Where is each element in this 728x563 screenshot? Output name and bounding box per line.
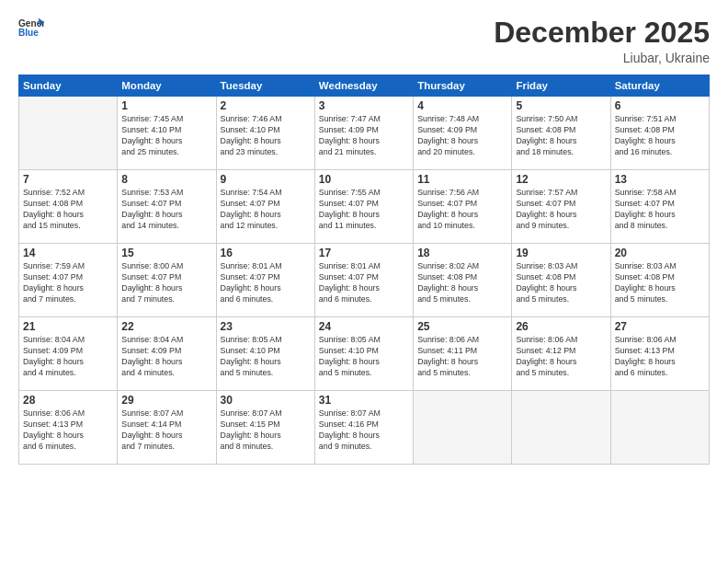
table-row: 26Sunrise: 8:06 AM Sunset: 4:12 PM Dayli… <box>512 317 610 391</box>
table-row: 17Sunrise: 8:01 AM Sunset: 4:07 PM Dayli… <box>314 244 413 317</box>
table-row: 27Sunrise: 8:06 AM Sunset: 4:13 PM Dayli… <box>610 317 709 391</box>
day-info: Sunrise: 8:04 AM Sunset: 4:09 PM Dayligh… <box>23 335 113 379</box>
page: General Blue December 2025 Liubar, Ukrai… <box>0 0 728 563</box>
table-row: 29Sunrise: 8:07 AM Sunset: 4:14 PM Dayli… <box>118 391 216 465</box>
table-row: 13Sunrise: 7:58 AM Sunset: 4:07 PM Dayli… <box>610 170 709 244</box>
day-info: Sunrise: 8:06 AM Sunset: 4:12 PM Dayligh… <box>516 335 606 379</box>
day-info: Sunrise: 8:04 AM Sunset: 4:09 PM Dayligh… <box>121 335 211 379</box>
day-info: Sunrise: 7:59 AM Sunset: 4:07 PM Dayligh… <box>23 261 113 305</box>
day-number: 31 <box>319 394 409 407</box>
day-info: Sunrise: 8:07 AM Sunset: 4:14 PM Dayligh… <box>121 408 211 453</box>
table-row: 6Sunrise: 7:51 AM Sunset: 4:08 PM Daylig… <box>610 97 709 170</box>
col-saturday: Saturday <box>610 75 709 97</box>
table-row: 19Sunrise: 8:03 AM Sunset: 4:08 PM Dayli… <box>512 244 610 317</box>
day-number: 17 <box>319 247 409 259</box>
calendar-week-row: 21Sunrise: 8:04 AM Sunset: 4:09 PM Dayli… <box>19 317 710 391</box>
day-number: 27 <box>615 320 705 333</box>
day-info: Sunrise: 7:47 AM Sunset: 4:09 PM Dayligh… <box>319 114 409 158</box>
table-row: 23Sunrise: 8:05 AM Sunset: 4:10 PM Dayli… <box>216 317 314 391</box>
day-number: 14 <box>23 247 113 259</box>
calendar: Sunday Monday Tuesday Wednesday Thursday… <box>18 75 710 465</box>
day-info: Sunrise: 8:02 AM Sunset: 4:08 PM Dayligh… <box>417 261 507 305</box>
day-info: Sunrise: 7:53 AM Sunset: 4:07 PM Dayligh… <box>121 188 211 232</box>
day-info: Sunrise: 8:07 AM Sunset: 4:16 PM Dayligh… <box>319 408 409 453</box>
day-number: 5 <box>516 99 606 112</box>
day-info: Sunrise: 8:06 AM Sunset: 4:13 PM Dayligh… <box>615 335 705 379</box>
table-row <box>19 97 118 170</box>
table-row: 16Sunrise: 8:01 AM Sunset: 4:07 PM Dayli… <box>216 244 314 317</box>
day-info: Sunrise: 7:46 AM Sunset: 4:10 PM Dayligh… <box>221 114 311 158</box>
day-info: Sunrise: 7:51 AM Sunset: 4:08 PM Dayligh… <box>615 114 705 158</box>
day-number: 21 <box>23 320 113 333</box>
table-row: 1Sunrise: 7:45 AM Sunset: 4:10 PM Daylig… <box>118 97 216 170</box>
location: Liubar, Ukraine <box>494 51 710 65</box>
day-number: 24 <box>319 320 409 333</box>
calendar-week-row: 7Sunrise: 7:52 AM Sunset: 4:08 PM Daylig… <box>19 170 710 244</box>
day-info: Sunrise: 8:01 AM Sunset: 4:07 PM Dayligh… <box>319 261 409 305</box>
day-info: Sunrise: 7:52 AM Sunset: 4:08 PM Dayligh… <box>23 188 113 232</box>
day-number: 2 <box>221 99 311 112</box>
day-info: Sunrise: 8:00 AM Sunset: 4:07 PM Dayligh… <box>121 261 211 305</box>
day-number: 15 <box>121 247 211 259</box>
day-info: Sunrise: 7:45 AM Sunset: 4:10 PM Dayligh… <box>121 114 211 158</box>
day-info: Sunrise: 7:54 AM Sunset: 4:07 PM Dayligh… <box>221 188 311 232</box>
day-number: 22 <box>121 320 211 333</box>
table-row: 25Sunrise: 8:06 AM Sunset: 4:11 PM Dayli… <box>414 317 512 391</box>
day-info: Sunrise: 7:58 AM Sunset: 4:07 PM Dayligh… <box>615 188 705 232</box>
day-info: Sunrise: 8:06 AM Sunset: 4:11 PM Dayligh… <box>417 335 507 379</box>
table-row: 2Sunrise: 7:46 AM Sunset: 4:10 PM Daylig… <box>216 97 314 170</box>
day-number: 20 <box>615 247 705 259</box>
table-row <box>414 391 512 465</box>
table-row: 28Sunrise: 8:06 AM Sunset: 4:13 PM Dayli… <box>19 391 118 465</box>
table-row: 18Sunrise: 8:02 AM Sunset: 4:08 PM Dayli… <box>414 244 512 317</box>
col-friday: Friday <box>512 75 610 97</box>
day-info: Sunrise: 7:57 AM Sunset: 4:07 PM Dayligh… <box>516 188 606 232</box>
table-row: 15Sunrise: 8:00 AM Sunset: 4:07 PM Dayli… <box>118 244 216 317</box>
day-number: 9 <box>221 173 311 186</box>
day-number: 6 <box>615 99 705 112</box>
day-number: 26 <box>516 320 606 333</box>
svg-text:Blue: Blue <box>18 28 39 38</box>
day-info: Sunrise: 8:06 AM Sunset: 4:13 PM Dayligh… <box>23 408 113 453</box>
table-row: 30Sunrise: 8:07 AM Sunset: 4:15 PM Dayli… <box>216 391 314 465</box>
calendar-week-row: 28Sunrise: 8:06 AM Sunset: 4:13 PM Dayli… <box>19 391 710 465</box>
header: General Blue December 2025 Liubar, Ukrai… <box>18 17 710 65</box>
table-row: 9Sunrise: 7:54 AM Sunset: 4:07 PM Daylig… <box>216 170 314 244</box>
table-row: 3Sunrise: 7:47 AM Sunset: 4:09 PM Daylig… <box>314 97 413 170</box>
col-sunday: Sunday <box>19 75 118 97</box>
day-number: 4 <box>417 99 507 112</box>
day-number: 19 <box>516 247 606 259</box>
table-row: 4Sunrise: 7:48 AM Sunset: 4:09 PM Daylig… <box>414 97 512 170</box>
col-wednesday: Wednesday <box>314 75 413 97</box>
day-info: Sunrise: 7:56 AM Sunset: 4:07 PM Dayligh… <box>417 188 507 232</box>
table-row: 8Sunrise: 7:53 AM Sunset: 4:07 PM Daylig… <box>118 170 216 244</box>
day-number: 10 <box>319 173 409 186</box>
day-info: Sunrise: 8:07 AM Sunset: 4:15 PM Dayligh… <box>221 408 311 453</box>
day-number: 29 <box>121 394 211 407</box>
table-row: 21Sunrise: 8:04 AM Sunset: 4:09 PM Dayli… <box>19 317 118 391</box>
table-row: 31Sunrise: 8:07 AM Sunset: 4:16 PM Dayli… <box>314 391 413 465</box>
table-row: 12Sunrise: 7:57 AM Sunset: 4:07 PM Dayli… <box>512 170 610 244</box>
day-info: Sunrise: 7:55 AM Sunset: 4:07 PM Dayligh… <box>319 188 409 232</box>
day-info: Sunrise: 8:05 AM Sunset: 4:10 PM Dayligh… <box>319 335 409 379</box>
day-number: 28 <box>23 394 113 407</box>
table-row <box>610 391 709 465</box>
month-title: December 2025 <box>494 17 710 49</box>
table-row: 14Sunrise: 7:59 AM Sunset: 4:07 PM Dayli… <box>19 244 118 317</box>
day-number: 12 <box>516 173 606 186</box>
day-number: 25 <box>417 320 507 333</box>
day-number: 7 <box>23 173 113 186</box>
day-info: Sunrise: 8:03 AM Sunset: 4:08 PM Dayligh… <box>615 261 705 305</box>
table-row: 11Sunrise: 7:56 AM Sunset: 4:07 PM Dayli… <box>414 170 512 244</box>
table-row: 20Sunrise: 8:03 AM Sunset: 4:08 PM Dayli… <box>610 244 709 317</box>
day-number: 16 <box>221 247 311 259</box>
table-row <box>512 391 610 465</box>
logo: General Blue <box>18 17 44 42</box>
table-row: 5Sunrise: 7:50 AM Sunset: 4:08 PM Daylig… <box>512 97 610 170</box>
day-info: Sunrise: 7:50 AM Sunset: 4:08 PM Dayligh… <box>516 114 606 158</box>
col-tuesday: Tuesday <box>216 75 314 97</box>
title-area: December 2025 Liubar, Ukraine <box>494 17 710 65</box>
day-number: 23 <box>221 320 311 333</box>
day-number: 13 <box>615 173 705 186</box>
day-number: 3 <box>319 99 409 112</box>
